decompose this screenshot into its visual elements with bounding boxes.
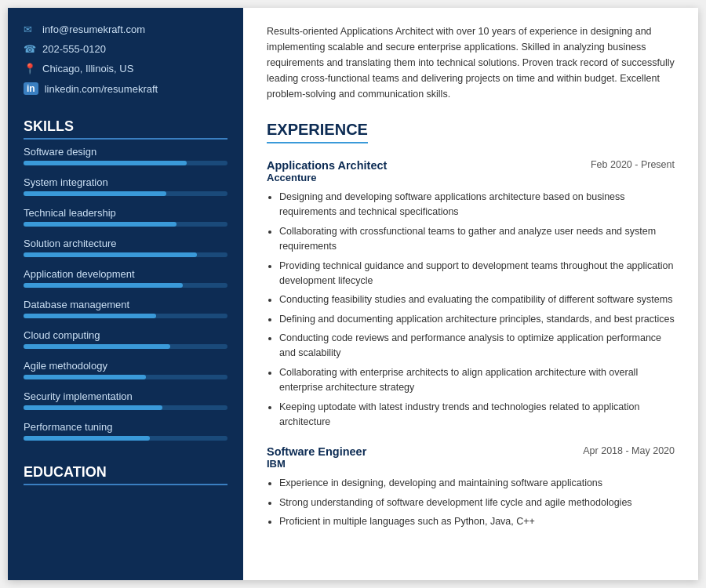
skill-bar-fill: [24, 405, 162, 410]
job-date: Feb 2020 - Present: [591, 159, 675, 170]
skill-item: Performance tuning: [24, 421, 227, 441]
bullet-item: Strong understanding of software develop…: [279, 495, 675, 510]
skill-item: Technical leadership: [24, 207, 227, 227]
skill-bar-fill: [24, 375, 146, 379]
skill-bar-bg: [24, 252, 227, 257]
job-title: Software Engineer: [267, 445, 366, 458]
bullet-item: Proficient in multiple languages such as…: [279, 514, 675, 529]
skill-bar-bg: [24, 436, 227, 441]
resume-container: ✉ info@resumekraft.com ☎ 202-555-0120 📍 …: [8, 8, 698, 580]
bullet-item: Conducting code reviews and performance …: [279, 331, 675, 361]
email-text: info@resumekraft.com: [42, 24, 145, 35]
skill-bar-fill: [24, 252, 197, 257]
contact-linkedin[interactable]: in linkedin.com/resumekraft: [24, 82, 227, 95]
job-bullets: Designing and developing software applic…: [267, 190, 675, 430]
phone-text: 202-555-0120: [42, 43, 106, 55]
job-entry: Software Engineer Apr 2018 - May 2020 IB…: [267, 445, 675, 529]
skill-bar-bg: [24, 314, 227, 318]
skill-item: Agile methodology: [24, 360, 227, 379]
job-date: Apr 2018 - May 2020: [583, 445, 675, 456]
job-entry: Applications Architect Feb 2020 - Presen…: [267, 159, 675, 430]
jobs-list: Applications Architect Feb 2020 - Presen…: [267, 159, 675, 529]
skill-bar-bg: [24, 375, 227, 379]
job-bullets: Experience in designing, developing and …: [267, 476, 675, 529]
skill-bar-bg: [24, 344, 227, 349]
skill-bar-bg: [24, 405, 227, 410]
experience-section: EXPERIENCE Applications Architect Feb 20…: [267, 121, 675, 529]
skill-bar-fill: [24, 161, 187, 165]
bullet-item: Providing technical guidance and support…: [279, 259, 675, 289]
skills-section: SKILLS Software design System integratio…: [24, 118, 227, 441]
bullet-item: Collaborating with crossfunctional teams…: [279, 224, 675, 255]
job-company: Accenture: [267, 172, 675, 183]
bullet-item: Defining and documenting application arc…: [279, 312, 675, 327]
summary-text: Results-oriented Applications Architect …: [267, 24, 675, 102]
skill-name: Cloud computing: [24, 329, 227, 341]
skill-bar-fill: [24, 283, 183, 288]
skills-title: SKILLS: [24, 118, 227, 140]
skills-list: Software design System integration Techn…: [24, 146, 227, 441]
education-title: EDUCATION: [24, 464, 227, 485]
skill-item: Cloud computing: [24, 329, 227, 349]
location-text: Chicago, Illinois, US: [42, 63, 133, 74]
skill-name: Application development: [24, 268, 227, 280]
skill-name: Security implementation: [24, 390, 227, 402]
skill-name: Agile methodology: [24, 360, 227, 372]
skill-bar-fill: [24, 222, 176, 227]
bullet-item: Keeping uptodate with latest industry tr…: [279, 400, 675, 430]
skill-name: System integration: [24, 176, 227, 188]
job-title: Applications Architect: [267, 159, 387, 172]
job-company: IBM: [267, 458, 675, 470]
skill-name: Solution architecture: [24, 238, 227, 249]
bullet-item: Designing and developing software applic…: [279, 190, 675, 220]
skill-name: Performance tuning: [24, 421, 227, 433]
linkedin-text: linkedin.com/resumekraft: [45, 83, 158, 95]
bullet-item: Collaborating with enterprise architects…: [279, 365, 675, 396]
contact-section: ✉ info@resumekraft.com ☎ 202-555-0120 📍 …: [24, 24, 227, 95]
bullet-item: Experience in designing, developing and …: [279, 476, 675, 491]
skill-name: Software design: [24, 146, 227, 158]
skill-bar-fill: [24, 344, 170, 349]
skill-item: Database management: [24, 299, 227, 318]
education-section: EDUCATION: [24, 464, 227, 485]
skill-item: Solution architecture: [24, 238, 227, 257]
job-header: Applications Architect Feb 2020 - Presen…: [267, 159, 675, 172]
bullet-item: Conducting feasibility studies and evalu…: [279, 292, 675, 307]
skill-bar-bg: [24, 161, 227, 165]
skill-bar-bg: [24, 222, 227, 227]
sidebar: ✉ info@resumekraft.com ☎ 202-555-0120 📍 …: [8, 8, 243, 580]
skill-name: Database management: [24, 299, 227, 310]
experience-title: EXPERIENCE: [267, 121, 368, 143]
contact-location: 📍 Chicago, Illinois, US: [24, 63, 227, 74]
skill-bar-fill: [24, 436, 150, 441]
skill-bar-fill: [24, 314, 156, 318]
phone-icon: ☎: [24, 43, 36, 55]
skill-bar-bg: [24, 191, 227, 196]
contact-phone: ☎ 202-555-0120: [24, 43, 227, 55]
skill-bar-bg: [24, 283, 227, 288]
skill-item: Application development: [24, 268, 227, 288]
skill-name: Technical leadership: [24, 207, 227, 219]
job-header: Software Engineer Apr 2018 - May 2020: [267, 445, 675, 458]
location-icon: 📍: [24, 63, 36, 74]
main-content: Results-oriented Applications Architect …: [243, 8, 698, 580]
skill-item: System integration: [24, 176, 227, 196]
skill-item: Software design: [24, 146, 227, 165]
skill-bar-fill: [24, 191, 166, 196]
skill-item: Security implementation: [24, 390, 227, 410]
linkedin-icon: in: [24, 82, 38, 95]
email-icon: ✉: [24, 24, 36, 35]
contact-email: ✉ info@resumekraft.com: [24, 24, 227, 35]
